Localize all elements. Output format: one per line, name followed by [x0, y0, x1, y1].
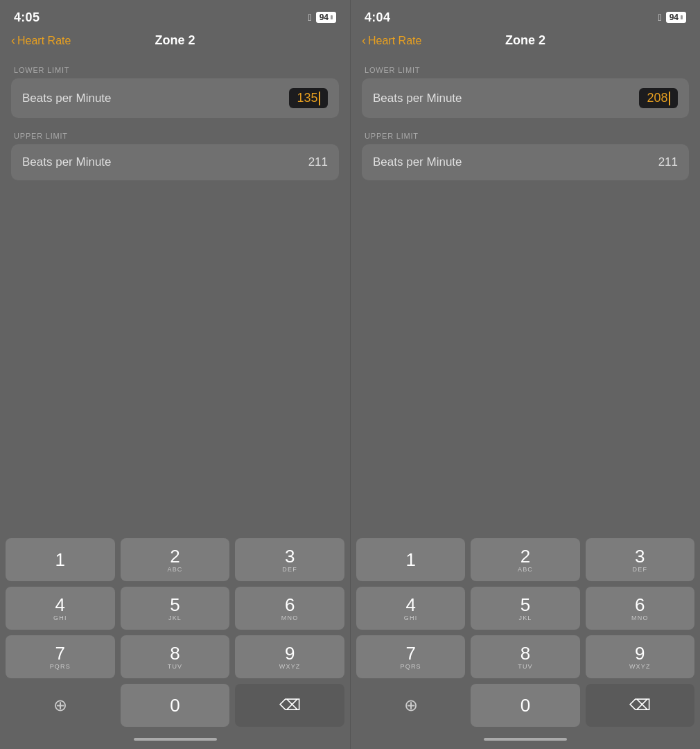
time-left: 4:05 — [14, 10, 40, 25]
battery-right: 94 — [666, 12, 686, 23]
keyboard-right: 1 2 ABC 3 DEF 4 GHI 5 JKL 6 MNO — [351, 533, 700, 732]
keyboard-bottom-right: ⊕ 0 ⌫ — [351, 684, 700, 732]
key-6-right[interactable]: 6 MNO — [586, 587, 694, 630]
key-4-right[interactable]: 4 GHI — [356, 587, 465, 630]
globe-button-right[interactable]: ⊕ — [356, 684, 465, 727]
back-label-left: Heart Rate — [17, 35, 71, 47]
lower-limit-row-right[interactable]: Beats per Minute 208 — [362, 78, 689, 118]
key-1-left[interactable]: 1 — [6, 538, 115, 581]
backspace-button-left[interactable]: ⌫ — [235, 684, 344, 727]
upper-limit-value-left: 211 — [308, 155, 328, 169]
keyboard-grid-left: 1 2 ABC 3 DEF 4 GHI 5 JKL 6 MNO — [0, 533, 350, 684]
home-indicator-right — [484, 738, 567, 741]
key-9-right[interactable]: 9 WXYZ — [586, 635, 694, 678]
globe-icon-right: ⊕ — [404, 696, 418, 715]
lower-limit-label-right: LOWER LIMIT — [362, 66, 689, 74]
upper-limit-label-left: UPPER LIMIT — [11, 132, 339, 140]
home-indicator-area-right — [351, 732, 700, 749]
chevron-left-icon-right: ‹ — [362, 33, 366, 48]
lower-limit-field-label-left: Beats per Minute — [22, 92, 289, 105]
backspace-icon-right: ⌫ — [629, 696, 651, 714]
upper-limit-label-right: UPPER LIMIT — [362, 132, 689, 140]
wifi-icon-right:  — [658, 12, 662, 23]
status-icons-right:  94 — [658, 12, 686, 23]
nav-bar-left: ‹ Heart Rate Zone 2 — [0, 31, 350, 55]
left-phone-panel: 4:05  94 ‹ Heart Rate Zone 2 LOWER LIMI… — [0, 0, 350, 749]
back-button-left[interactable]: ‹ Heart Rate — [11, 34, 71, 48]
backspace-icon-left: ⌫ — [279, 696, 301, 714]
key-1-right[interactable]: 1 — [356, 538, 465, 581]
nav-title-right: Zone 2 — [505, 33, 545, 48]
home-indicator-area-left — [0, 732, 350, 749]
key-7-left[interactable]: 7 PQRS — [6, 635, 115, 678]
upper-limit-row-right[interactable]: Beats per Minute 211 — [362, 144, 689, 180]
key-8-right[interactable]: 8 TUV — [471, 635, 579, 678]
status-icons-left:  94 — [308, 12, 336, 23]
upper-limit-field-label-left: Beats per Minute — [22, 155, 308, 169]
battery-left: 94 — [316, 12, 336, 23]
cursor-left — [319, 92, 320, 105]
main-content-left: LOWER LIMIT Beats per Minute 135 UPPER L… — [0, 55, 350, 300]
time-right: 4:04 — [365, 10, 390, 25]
lower-limit-label-left: LOWER LIMIT — [11, 66, 339, 74]
key-8-left[interactable]: 8 TUV — [121, 635, 230, 678]
spacer-left — [0, 300, 350, 533]
home-indicator-left — [134, 738, 217, 741]
globe-icon-left: ⊕ — [53, 696, 67, 715]
spacer-right — [351, 300, 700, 533]
lower-limit-value-left[interactable]: 135 — [289, 88, 328, 108]
key-0-right[interactable]: 0 — [471, 684, 579, 727]
cursor-right — [669, 92, 670, 105]
lower-limit-field-label-right: Beats per Minute — [373, 92, 639, 105]
key-9-left[interactable]: 9 WXYZ — [235, 635, 344, 678]
key-3-right[interactable]: 3 DEF — [586, 538, 694, 581]
key-3-left[interactable]: 3 DEF — [235, 538, 344, 581]
back-button-right[interactable]: ‹ Heart Rate — [362, 34, 421, 48]
keyboard-bottom-left: ⊕ 0 ⌫ — [0, 684, 350, 732]
right-phone-panel: 4:04  94 ‹ Heart Rate Zone 2 LOWER LIMI… — [350, 0, 700, 749]
key-5-right[interactable]: 5 JKL — [471, 587, 579, 630]
key-4-left[interactable]: 4 GHI — [6, 587, 115, 630]
globe-button-left[interactable]: ⊕ — [6, 684, 115, 727]
nav-title-left: Zone 2 — [155, 33, 195, 48]
keyboard-grid-right: 1 2 ABC 3 DEF 4 GHI 5 JKL 6 MNO — [351, 533, 700, 684]
key-6-left[interactable]: 6 MNO — [235, 587, 344, 630]
key-7-right[interactable]: 7 PQRS — [356, 635, 465, 678]
wifi-icon-left:  — [308, 12, 312, 23]
status-bar-right: 4:04  94 — [351, 0, 700, 31]
lower-limit-row-left[interactable]: Beats per Minute 135 — [11, 78, 339, 118]
nav-bar-right: ‹ Heart Rate Zone 2 — [351, 31, 700, 55]
key-0-left[interactable]: 0 — [121, 684, 230, 727]
key-2-right[interactable]: 2 ABC — [471, 538, 579, 581]
status-bar-left: 4:05  94 — [0, 0, 350, 31]
upper-limit-row-left[interactable]: Beats per Minute 211 — [11, 144, 339, 180]
back-label-right: Heart Rate — [368, 35, 421, 47]
upper-limit-field-label-right: Beats per Minute — [373, 155, 658, 169]
backspace-button-right[interactable]: ⌫ — [586, 684, 694, 727]
chevron-left-icon-left: ‹ — [11, 33, 15, 48]
key-5-left[interactable]: 5 JKL — [121, 587, 230, 630]
lower-limit-value-right[interactable]: 208 — [639, 88, 678, 108]
upper-limit-value-right: 211 — [658, 155, 678, 169]
keyboard-left: 1 2 ABC 3 DEF 4 GHI 5 JKL 6 MNO — [0, 533, 350, 732]
key-2-left[interactable]: 2 ABC — [121, 538, 230, 581]
main-content-right: LOWER LIMIT Beats per Minute 208 UPPER L… — [351, 55, 700, 300]
